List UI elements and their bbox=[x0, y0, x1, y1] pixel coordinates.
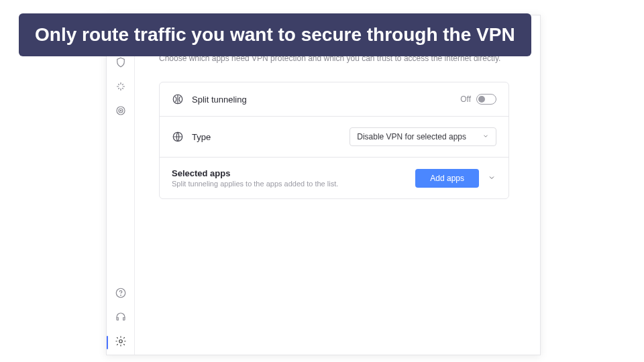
type-dropdown[interactable]: Disable VPN for selected apps bbox=[350, 127, 496, 146]
headset-icon bbox=[115, 311, 127, 326]
target-icon bbox=[115, 105, 127, 119]
sidebar bbox=[107, 15, 135, 355]
sidebar-item-help[interactable] bbox=[107, 282, 135, 306]
expand-selected-apps[interactable] bbox=[487, 174, 496, 183]
split-tunneling-icon bbox=[172, 93, 184, 105]
shield-icon bbox=[115, 56, 127, 71]
svg-point-5 bbox=[119, 340, 122, 343]
sparkle-icon bbox=[115, 80, 127, 95]
selected-apps-title: Selected apps bbox=[172, 168, 407, 178]
split-tunneling-toggle[interactable] bbox=[476, 94, 496, 105]
annotation-banner: Only route traffic you want to secure th… bbox=[19, 13, 531, 56]
help-chat-icon bbox=[115, 287, 127, 302]
type-selected-value: Disable VPN for selected apps bbox=[357, 132, 466, 141]
selected-apps-subtitle: Split tunneling applies to the apps adde… bbox=[172, 180, 407, 188]
svg-point-0 bbox=[117, 107, 125, 115]
toggle-state-label: Off bbox=[460, 95, 471, 104]
row-split-tunneling: Split tunneling Off bbox=[160, 82, 508, 117]
svg-point-4 bbox=[120, 295, 121, 296]
row-selected-apps: Selected apps Split tunneling applies to… bbox=[160, 158, 508, 198]
sidebar-item-settings[interactable] bbox=[107, 330, 135, 355]
sidebar-item-target[interactable] bbox=[107, 100, 135, 124]
sidebar-item-support[interactable] bbox=[107, 306, 135, 330]
row-type: Type Disable VPN for selected apps bbox=[160, 117, 508, 158]
settings-panel: Split tunneling Off Type Disable VPN for… bbox=[159, 82, 509, 199]
gear-icon bbox=[115, 335, 127, 350]
type-label: Type bbox=[192, 132, 341, 142]
sidebar-item-quick-connect[interactable] bbox=[107, 76, 135, 100]
add-apps-button[interactable]: Add apps bbox=[415, 169, 479, 188]
svg-point-1 bbox=[119, 109, 123, 113]
chevron-down-icon bbox=[488, 172, 496, 184]
main-content: Settings › Split tunneling Choose which … bbox=[135, 15, 540, 355]
svg-point-2 bbox=[120, 110, 121, 111]
split-tunneling-label: Split tunneling bbox=[192, 95, 452, 105]
chevron-down-icon bbox=[482, 132, 489, 141]
globe-block-icon bbox=[172, 131, 184, 143]
app-window: Settings › Split tunneling Choose which … bbox=[106, 15, 541, 355]
